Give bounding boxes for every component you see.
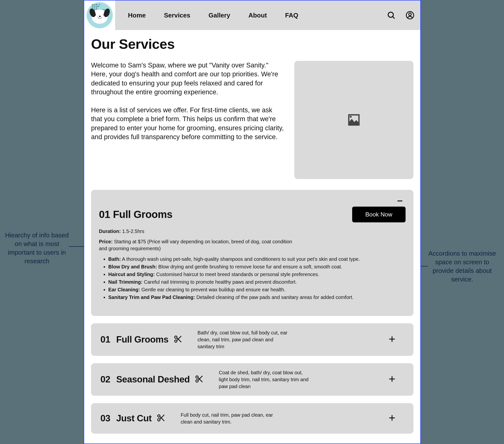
accordion-summary: Bath/ dry, coat blow out, full body cut,… <box>198 329 291 350</box>
list-item: Blow Dry and Brush: Blow drying and gent… <box>108 263 406 271</box>
accordion-summary: Full body cut, nail trim, paw pad clean,… <box>181 411 274 425</box>
accordion-number: 03 <box>100 413 110 424</box>
nav-services[interactable]: Services <box>164 12 190 19</box>
duration-label: Duration: <box>99 229 121 234</box>
image-placeholder-icon <box>346 112 361 128</box>
service-panel-expanded: 01 Full Grooms Book Now Duration: 1.5-2.… <box>91 190 414 316</box>
expanded-title: 01 Full Grooms <box>99 209 173 220</box>
accordion-title: Just Cut <box>116 413 152 424</box>
page-title: Our Services <box>91 36 414 52</box>
logo-circle: SAM'S SPAW · DOG GROOMING <box>87 2 113 28</box>
header-actions <box>387 11 414 20</box>
list-item: Ear Cleaning: Gentle ear cleaning to pre… <box>108 286 406 293</box>
intro-text: Welcome to Sam's Spaw, where we put "Van… <box>91 61 285 179</box>
accordion-summary: Coat de shed, bath/ dry, coat blow out, … <box>219 369 312 390</box>
price-label: Price: <box>99 239 113 244</box>
accordion-title: Seasonal Deshed <box>116 374 190 385</box>
accordion-number: 02 <box>100 374 110 385</box>
intro-section: Welcome to Sam's Spaw, where we put "Van… <box>91 61 414 179</box>
duration-value: 1.5-2.5hrs <box>122 229 144 234</box>
price-value: Starting at $75 (Price will vary dependi… <box>99 239 292 251</box>
list-item: Haircut and Styling: Customised haircut … <box>108 271 406 278</box>
svg-point-3 <box>409 13 412 16</box>
svg-line-1 <box>393 17 395 19</box>
browser-frame: SAM'S SPAW · DOG GROOMING Home Services … <box>84 0 421 444</box>
list-item: Sanitary Trim and Paw Pad Cleaning: Deta… <box>108 293 406 301</box>
accordion-title: Full Grooms <box>116 334 168 345</box>
nav-faq[interactable]: FAQ <box>285 12 298 19</box>
nav-about[interactable]: About <box>248 12 267 19</box>
accordion-seasonal-deshed[interactable]: 02 Seasonal Deshed Coat de shed, bath/ d… <box>91 363 414 396</box>
scissors-icon <box>174 334 183 345</box>
annotation-hierarchy: Hiearchy of info based on what is most i… <box>2 231 71 266</box>
nav-gallery[interactable]: Gallery <box>208 12 230 19</box>
scissors-icon <box>195 374 204 385</box>
logo[interactable]: SAM'S SPAW · DOG GROOMING <box>84 0 115 30</box>
account-icon[interactable] <box>406 11 414 20</box>
collapse-icon[interactable] <box>396 197 404 206</box>
list-item: Nail Trimming: Careful nail trimming to … <box>108 278 406 286</box>
intro-image-placeholder <box>294 61 414 179</box>
page-content: Our Services Welcome to Sam's Spaw, wher… <box>84 30 420 434</box>
list-item: Bath: A thorough wash using pet-safe, hi… <box>108 255 406 263</box>
accordion-just-cut[interactable]: 03 Just Cut Full body cut, nail trim, pa… <box>91 403 414 434</box>
expand-icon[interactable] <box>388 375 396 384</box>
primary-nav: Home Services Gallery About FAQ <box>128 12 298 19</box>
intro-paragraph-1: Welcome to Sam's Spaw, where we put "Van… <box>91 61 285 97</box>
scissors-icon <box>157 413 166 424</box>
duration-line: Duration: 1.5-2.5hrs <box>99 228 301 235</box>
book-now-button[interactable]: Book Now <box>352 207 406 222</box>
accordion-full-grooms[interactable]: 01 Full Grooms Bath/ dry, coat blow out,… <box>91 323 414 356</box>
accordion-number: 01 <box>100 334 110 345</box>
svg-point-0 <box>388 12 393 17</box>
nav-home[interactable]: Home <box>128 12 146 19</box>
service-detail-list: Bath: A thorough wash using pet-safe, hi… <box>99 255 406 301</box>
expand-icon[interactable] <box>388 414 396 423</box>
price-line: Price: Starting at $75 (Price will vary … <box>99 238 301 252</box>
annotation-accordions: Accordions to maximise space on screen t… <box>425 249 499 284</box>
site-header: SAM'S SPAW · DOG GROOMING Home Services … <box>84 0 420 30</box>
intro-paragraph-2: Here is a list of services we offer. For… <box>91 106 285 142</box>
expand-icon[interactable] <box>388 335 396 344</box>
search-icon[interactable] <box>387 11 396 20</box>
logo-dog-icon <box>92 9 108 24</box>
